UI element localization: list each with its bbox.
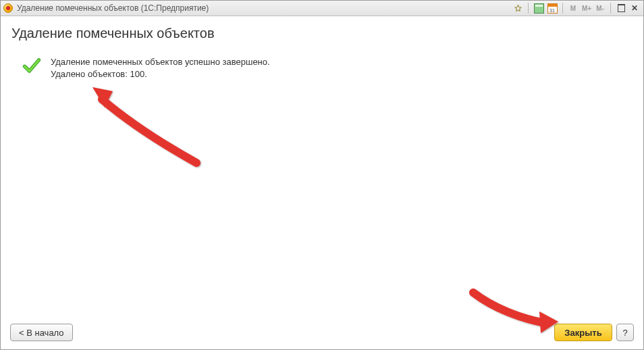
app-icon: [3, 3, 13, 13]
footer: < В начало Закрыть ?: [10, 322, 634, 343]
favorite-icon[interactable]: [512, 3, 524, 14]
calculator-icon[interactable]: [533, 3, 545, 14]
close-button[interactable]: Закрыть: [554, 324, 612, 341]
memory-mminus-button[interactable]: M-: [594, 3, 606, 14]
page-title: Удаление помеченных объектов: [11, 26, 633, 41]
memory-m-button[interactable]: M: [567, 3, 579, 14]
maximize-icon[interactable]: [615, 3, 627, 14]
close-icon[interactable]: ✕: [628, 3, 641, 14]
client-area: Удаление помеченных объектов Удаление по…: [1, 16, 643, 349]
result-row: Удаление помеченных объектов успешно зав…: [22, 56, 634, 80]
memory-mplus-button[interactable]: M+: [581, 3, 593, 14]
success-check-icon: [22, 56, 41, 75]
help-button[interactable]: ?: [616, 324, 634, 341]
window-title: Удаление помеченных объектов (1С:Предпри…: [17, 3, 209, 13]
success-message: Удаление помеченных объектов успешно зав…: [51, 56, 270, 68]
app-window: Удаление помеченных объектов (1С:Предпри…: [0, 0, 644, 350]
deleted-count: Удалено объектов: 100.: [51, 68, 270, 80]
result-text: Удаление помеченных объектов успешно зав…: [51, 56, 270, 80]
back-button[interactable]: < В начало: [10, 324, 73, 341]
titlebar: Удаление помеченных объектов (1С:Предпри…: [1, 1, 643, 16]
calendar-icon[interactable]: [546, 3, 558, 14]
titlebar-tools: M M+ M- ✕: [512, 3, 641, 14]
